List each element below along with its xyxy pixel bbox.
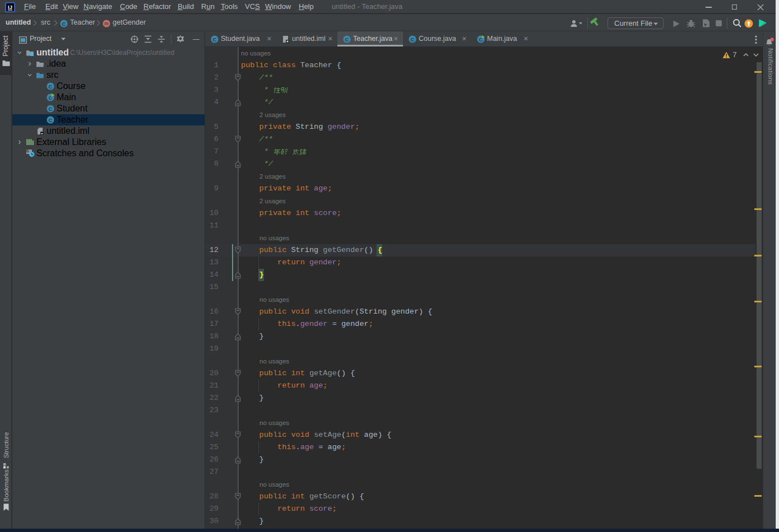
- svg-text:C: C: [62, 21, 66, 27]
- svg-text:m: m: [104, 21, 109, 26]
- svg-text:C: C: [49, 117, 53, 123]
- svg-text:C: C: [345, 36, 349, 43]
- svg-text:IJ: IJ: [8, 4, 12, 10]
- svg-text:C: C: [213, 36, 217, 43]
- svg-text:C: C: [49, 83, 53, 90]
- svg-text:C: C: [49, 106, 53, 112]
- svg-text:C: C: [411, 36, 415, 43]
